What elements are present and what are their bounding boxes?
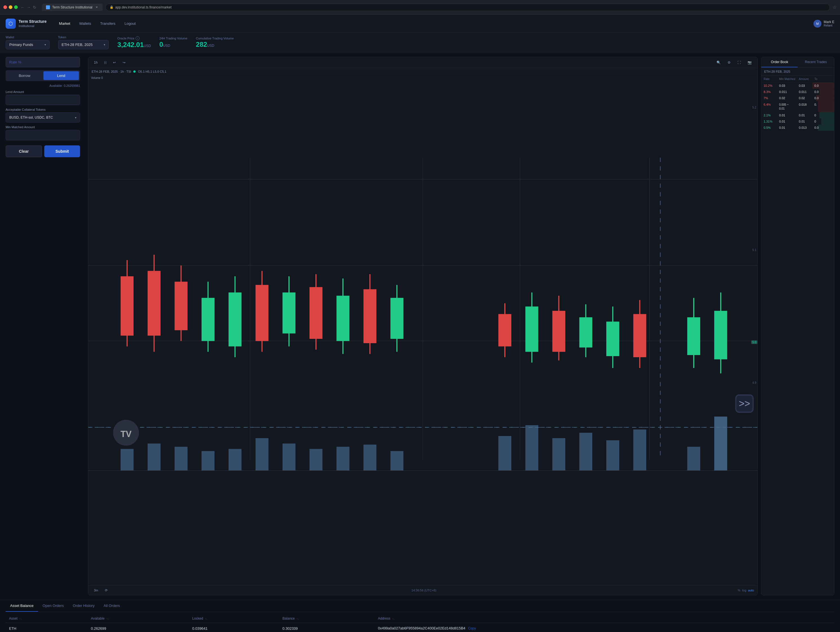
svg-rect-65 [687, 447, 700, 471]
wallet-dropdown[interactable]: Primary Funds ▾ [6, 40, 50, 49]
svg-rect-61 [552, 438, 565, 471]
maximize-dot[interactable] [14, 5, 18, 9]
volume-label: Volume 0 [91, 76, 103, 79]
tab-recent-trades[interactable]: Recent Trades [798, 57, 834, 67]
redo-button[interactable]: ↪ [120, 60, 128, 66]
tab-order-book[interactable]: Order Book [761, 57, 798, 67]
submit-button[interactable]: Submit [44, 145, 80, 157]
settings-icon[interactable]: ⚙ [725, 60, 733, 66]
svg-rect-51 [202, 451, 215, 471]
back-button[interactable]: ← [21, 5, 25, 9]
undo-button[interactable]: ↩ [111, 60, 118, 66]
collateral-value: BUSD, ETH-sol, USDC, BTC [9, 115, 53, 120]
url-bar[interactable]: 🔒 app.dev.institutional.ts.finance/marke… [106, 4, 830, 11]
token-selector: Token ETH-28 FEB, 2025 ▾ [58, 36, 109, 49]
nav-transfers[interactable]: Transfers [96, 20, 119, 27]
log-label[interactable]: log [742, 589, 747, 592]
bid-amount-2: 0.01 [799, 120, 814, 123]
token-dropdown[interactable]: ETH-28 FEB, 2025 ▾ [58, 40, 109, 49]
lend-amount-input[interactable] [6, 95, 80, 105]
ob-bid-row[interactable]: 0.5% 0.01 0.013 0.0 [761, 125, 834, 131]
ob-headers: Rate Min Matched Amount To [761, 76, 834, 82]
chart-zoom-3m[interactable]: 3m [92, 588, 100, 593]
ob-bid-row[interactable]: 1.31% 0.01 0.01 0 [761, 118, 834, 125]
token-label: Token [58, 36, 109, 39]
sort-asset-icon[interactable]: ↑↓ [19, 617, 22, 620]
ask-min-2: 0.011 [779, 90, 799, 93]
ob-ask-row[interactable]: 6.4% 0.005 ~0.01 0.018 0. [761, 101, 834, 112]
sort-available-icon[interactable]: ↑↓ [106, 617, 109, 620]
chart-type-button[interactable]: ⌸ [102, 60, 109, 66]
ask-amount-2: 0.011 [799, 90, 814, 93]
bookmark-icon[interactable]: ☆ [833, 5, 837, 10]
fullscreen-icon[interactable]: ⛶ [735, 60, 743, 66]
rate-input[interactable] [6, 57, 80, 67]
chart-replay-icon[interactable]: ⟳ [103, 587, 110, 593]
col-locked: Locked ↑↓ [189, 614, 279, 623]
chart-area: 1h ⌸ ↩ ↪ 🔍 ⚙ ⛶ 📷 ETH-28 FEB, 2025 · 1h ·… [88, 57, 758, 595]
reload-button[interactable]: ↻ [33, 5, 36, 9]
close-dot[interactable] [3, 5, 7, 9]
min-matched-field: Min Matched Amount [6, 125, 80, 140]
copy-address-button[interactable]: Copy [466, 626, 477, 631]
svg-rect-54 [283, 443, 295, 471]
ob-header-min-matched: Min Matched [779, 77, 799, 80]
borrow-button[interactable]: Borrow [7, 71, 42, 80]
url-text: app.dev.institutional.ts.finance/market [115, 5, 172, 9]
chart-canvas: Volume 0 5.2 5.1 4.9 5.0 [88, 75, 758, 585]
svg-rect-49 [148, 443, 161, 471]
tab-favicon [46, 5, 50, 9]
collateral-dropdown[interactable]: BUSD, ETH-sol, USDC, BTC ▾ [6, 112, 80, 123]
browser-tab[interactable]: Term Structure Institutional ✕ [42, 4, 103, 11]
tab-all-orders[interactable]: All Orders [99, 600, 125, 612]
bottom-tabs: Asset Balance Open Orders Order History … [6, 600, 834, 612]
address-text: 0x499a0a027ab6F955894a2C400Ee02Ed148d815… [378, 626, 466, 630]
tab-asset-balance[interactable]: Asset Balance [6, 600, 38, 612]
lend-amount-field: Lend Amount [6, 90, 80, 105]
chart-title: ETH-28 FEB, 2025 · 1h · TSI [92, 70, 131, 73]
ask-min-3: 0.02 [779, 96, 799, 100]
ob-ask-row[interactable]: 8.3% 0.011 0.011 0.0 [761, 89, 834, 95]
ob-ask-row[interactable]: 10.2% 0.03 0.03 0.0 [761, 82, 834, 89]
lend-button[interactable]: Lend [43, 71, 79, 80]
nav-logout[interactable]: Logout [121, 20, 140, 27]
clear-button[interactable]: Clear [6, 145, 42, 157]
ob-ask-row[interactable]: 7% 0.02 0.02 0.0 [761, 95, 834, 101]
chart-svg: TV >> [88, 75, 758, 585]
ask-rate-4: 6.4% [764, 103, 779, 106]
magnifier-icon[interactable]: 🔍 [714, 60, 723, 66]
ask-rate-1: 10.2% [764, 84, 779, 87]
nav-wallets[interactable]: Wallets [75, 20, 95, 27]
cell-asset: ETH [6, 623, 87, 632]
sort-locked-icon[interactable]: ↑↓ [205, 617, 207, 620]
available-balance: Available: 0.26269881 [6, 84, 80, 87]
cell-available: 0.262699 [87, 623, 189, 632]
user-name: Mark E [824, 20, 834, 24]
screenshot-icon[interactable]: 📷 [745, 60, 754, 66]
forward-button[interactable]: → [27, 5, 31, 9]
tab-order-history[interactable]: Order History [68, 600, 99, 612]
auto-label[interactable]: auto [748, 589, 754, 592]
ob-bid-row[interactable]: 2.1% 0.01 0.01 0 [761, 112, 834, 118]
min-matched-input[interactable] [6, 130, 80, 140]
minimize-dot[interactable] [9, 5, 13, 9]
bid-to-1: 0 [814, 113, 829, 117]
ask-amount-4: 0.018 [799, 103, 814, 106]
tab-close-button[interactable]: ✕ [95, 5, 99, 9]
collateral-field: Acceptable Collateral Tokens BUSD, ETH-s… [6, 108, 80, 123]
wallet-selector: Wallet Primary Funds ▾ [6, 36, 50, 49]
tab-open-orders[interactable]: Open Orders [38, 600, 68, 612]
sort-address-icon[interactable]: ↑↓ [392, 617, 395, 620]
col-asset: Asset ↑↓ [6, 614, 87, 623]
oracle-label: Oracle Price i [117, 36, 151, 40]
order-book-panel: Order Book Recent Trades ETH-28 FEB, 202… [761, 57, 834, 595]
svg-rect-53 [256, 438, 268, 471]
asset-balance-table: Asset ↑↓ Available ↑↓ Locked ↑↓ Balance … [6, 614, 834, 632]
app-name: Term Structure Institutional [19, 19, 46, 28]
tab-title: Term Structure Institutional [52, 5, 92, 9]
nav-market[interactable]: Market [55, 20, 74, 27]
timeframe-1h-button[interactable]: 1h [92, 60, 100, 66]
bottom-section: Asset Balance Open Orders Order History … [0, 600, 840, 632]
sort-balance-icon[interactable]: ↑↓ [297, 617, 299, 620]
svg-rect-55 [309, 449, 322, 471]
